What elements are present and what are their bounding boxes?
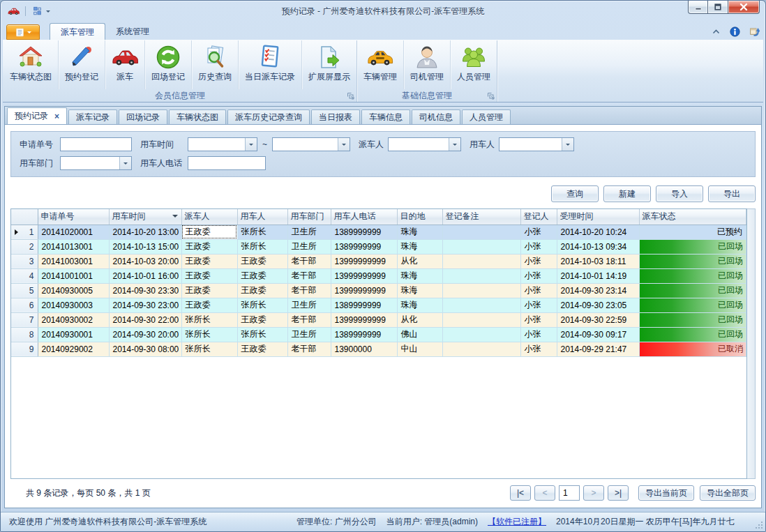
page-input[interactable] (559, 485, 580, 501)
grid-cell[interactable]: 卫生所 (287, 298, 331, 312)
next-page-button[interactable]: > (583, 485, 604, 501)
grid-cell[interactable]: 已回场 (639, 254, 746, 268)
grid-cell[interactable]: 已回场 (639, 327, 746, 342)
filter-use-department-dropdown[interactable] (60, 156, 132, 170)
dialog-launcher-icon[interactable] (487, 92, 495, 100)
grid-cell[interactable]: 2014-09-30 23:14 (557, 283, 639, 298)
grid-cell[interactable]: 张所长 (181, 312, 237, 327)
app-menu-button[interactable] (6, 24, 40, 40)
grid-cell[interactable]: 13999999999 (331, 268, 397, 283)
grid-cell[interactable]: 王政委 (181, 254, 237, 268)
ribbon-button-dispatch[interactable]: 派车 (105, 40, 145, 89)
grid-cell[interactable]: 20140930002 (38, 312, 109, 327)
grid-cell[interactable]: 2014-10-01 16:00 (109, 268, 181, 283)
grid-cell[interactable]: 张所长 (181, 342, 237, 356)
grid-cell[interactable]: 2014-10-13 15:00 (109, 239, 181, 254)
column-header-用车人电话[interactable]: 用车人电话 (331, 209, 397, 225)
prev-page-button[interactable]: < (534, 485, 555, 501)
row-indicator[interactable]: 3 (11, 254, 38, 268)
ribbon-button-history-query[interactable]: 历史查询 (192, 40, 239, 89)
filter-dispatcher-dropdown[interactable] (388, 137, 461, 151)
column-header-目的地[interactable]: 目的地 (397, 209, 442, 225)
grid-cell[interactable]: 张所长 (237, 298, 287, 312)
doc-tab-personnel-manage[interactable]: 人员管理 (462, 109, 511, 124)
grid-cell[interactable]: 2014-09-30 08:00 (109, 342, 181, 356)
grid-cell[interactable]: 王政委 (237, 283, 287, 298)
collapse-ribbon-icon[interactable] (712, 29, 721, 35)
license-status-link[interactable]: 【软件已注册】 (488, 516, 546, 528)
grid-cell[interactable]: 20140930005 (38, 283, 109, 298)
close-tab-icon[interactable]: × (54, 112, 59, 121)
row-indicator[interactable]: 9 (11, 342, 38, 356)
grid-cell[interactable]: 2014-10-13 09:34 (557, 239, 639, 254)
grid-cell[interactable]: 小张 (520, 225, 557, 239)
grid-cell[interactable]: 已预约 (639, 225, 746, 239)
grid-cell[interactable]: 已回场 (639, 312, 746, 327)
export-current-page-button[interactable]: 导出当前页 (638, 485, 694, 501)
grid-cell[interactable]: 20141003001 (38, 254, 109, 268)
grid-cell[interactable]: 老干部 (287, 342, 331, 356)
row-indicator[interactable]: 6 (11, 298, 38, 312)
quick-access-dropdown-icon[interactable] (46, 10, 50, 15)
dialog-launcher-icon[interactable] (347, 92, 354, 100)
grid-cell[interactable]: 张所长 (237, 239, 287, 254)
grid-cell[interactable] (442, 283, 520, 298)
filter-use-time-from-dropdown[interactable] (188, 137, 257, 151)
grid-cell[interactable]: 珠海 (397, 225, 442, 239)
query-button[interactable]: 查询 (551, 185, 599, 202)
grid-cell[interactable]: 王政委 (181, 239, 237, 254)
grid-cell[interactable]: 20140930003 (38, 298, 109, 312)
filter-use-time-to-dropdown[interactable] (272, 137, 350, 151)
doc-tab-vehicle-status-map[interactable]: 车辆状态图 (169, 109, 226, 124)
ribbon-button-driver-manage[interactable]: 司机管理 (404, 40, 451, 89)
grid-cell[interactable]: 已取消 (639, 342, 746, 356)
grid-cell[interactable]: 2014-10-03 18:11 (557, 254, 639, 268)
new-button[interactable]: 新建 (603, 185, 651, 202)
grid-cell[interactable]: 13999999999 (331, 254, 397, 268)
grid-cell[interactable]: 2014-09-30 22:00 (109, 312, 181, 327)
grid-cell[interactable]: 2014-09-30 20:00 (109, 327, 181, 342)
column-header-用车人[interactable]: 用车人 (237, 209, 287, 225)
grid-cell[interactable]: 小张 (520, 239, 557, 254)
grid-cell[interactable]: 13900000 (331, 342, 397, 356)
grid-cell[interactable]: 小张 (520, 342, 557, 356)
column-header-派车人[interactable]: 派车人 (181, 209, 237, 225)
grid-cell[interactable]: 珠海 (397, 283, 442, 298)
grid-cell[interactable]: 珠海 (397, 298, 442, 312)
doc-tab-dispatch-history-query[interactable]: 派车历史记录查询 (227, 109, 310, 124)
ribbon-button-reservation-register[interactable]: 预约登记 (59, 40, 105, 89)
last-page-button[interactable]: >| (608, 485, 629, 501)
ribbon-button-return-register[interactable]: 回场登记 (145, 40, 192, 89)
grid-cell[interactable]: 老干部 (287, 312, 331, 327)
switch-window-icon[interactable] (749, 26, 760, 37)
grid-cell[interactable]: 2014-10-01 14:19 (557, 268, 639, 283)
column-header-受理时间[interactable]: 受理时间 (557, 209, 639, 225)
grid-cell[interactable]: 2014-09-29 21:47 (557, 342, 639, 356)
row-indicator[interactable]: 5 (11, 283, 38, 298)
grid-cell[interactable]: 20141020001 (38, 225, 109, 239)
grid-cell[interactable]: 2014-10-20 13:00 (109, 225, 181, 239)
grid-cell[interactable]: 张所长 (237, 327, 287, 342)
grid-cell[interactable]: 2014-09-30 23:05 (557, 298, 639, 312)
grid-cell[interactable] (442, 312, 520, 327)
grid-cell[interactable]: 佛山 (397, 327, 442, 342)
grid-cell[interactable]: 王政委 (237, 312, 287, 327)
grid-cell[interactable]: 20140930001 (38, 327, 109, 342)
grid-cell[interactable]: 已回场 (639, 239, 746, 254)
grid-cell[interactable] (442, 327, 520, 342)
ribbon-button-extended-screen[interactable]: 扩展屏显示 (302, 40, 356, 89)
close-button[interactable] (728, 1, 760, 14)
grid-cell[interactable]: 老干部 (287, 254, 331, 268)
grid-cell[interactable] (442, 225, 520, 239)
grid-cell[interactable]: 已回场 (639, 268, 746, 283)
doc-tab-driver-info[interactable]: 司机信息 (412, 109, 460, 124)
grid-cell[interactable]: 1389999999 (331, 298, 397, 312)
row-indicator[interactable]: 7 (11, 312, 38, 327)
grid-cell[interactable]: 王政委 (181, 283, 237, 298)
ribbon-tab-dispatch-manage[interactable]: 派车管理 (50, 23, 105, 40)
row-indicator[interactable]: 1 (11, 225, 38, 239)
vertical-scrollbar[interactable] (747, 208, 756, 479)
grid-cell[interactable]: 王政委 (181, 268, 237, 283)
filter-user-phone-input[interactable] (188, 156, 266, 170)
ribbon-button-vehicle-status-map[interactable]: 车辆状态图 (3, 40, 59, 89)
